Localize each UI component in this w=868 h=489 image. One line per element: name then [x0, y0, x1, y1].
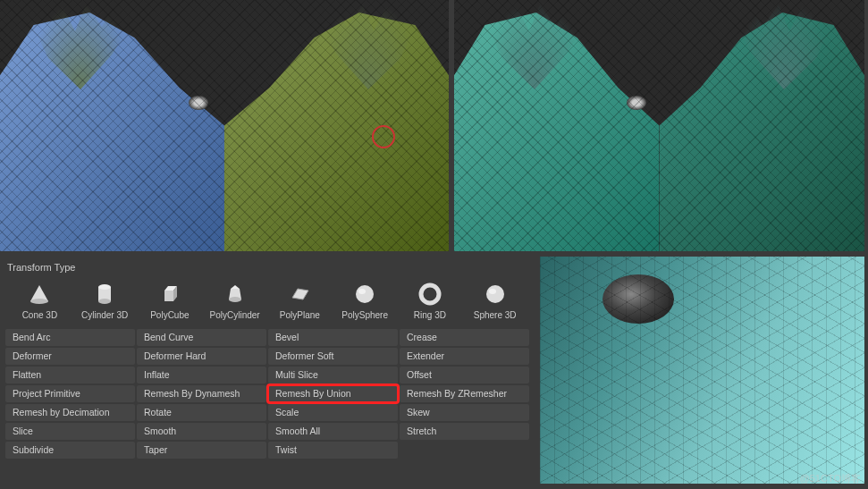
svg-point-14 [421, 285, 439, 303]
cmd-slice[interactable]: Slice [5, 423, 135, 440]
cmd-remesh-by-dynamesh[interactable]: Remesh By Dynamesh [137, 385, 266, 402]
shape-label: Ring 3D [414, 310, 446, 320]
svg-point-13 [358, 289, 366, 294]
cmd-deformer-soft[interactable]: Deformer Soft [268, 348, 398, 365]
svg-marker-11 [292, 289, 308, 299]
svg-point-1 [30, 299, 48, 304]
cmd-multi-slice[interactable]: Multi Slice [268, 367, 398, 384]
polyplane-icon [287, 282, 312, 307]
polysphere-icon [352, 282, 377, 307]
cmd-flatten[interactable]: Flatten [5, 367, 135, 384]
shape-cylinder-3d[interactable]: Cylinder 3D [78, 282, 132, 320]
shape-label: PolyPlane [280, 310, 320, 320]
svg-point-4 [98, 299, 111, 304]
cmd-twist[interactable]: Twist [268, 442, 398, 459]
shape-polycylinder[interactable]: PolyCylinder [207, 282, 262, 320]
svg-marker-9 [231, 285, 240, 289]
cmd-remesh-by-zremesher[interactable]: Remesh By ZRemesher [400, 385, 529, 402]
moose-model-teal [454, 0, 864, 251]
sphere-3d-icon [483, 282, 508, 307]
shape-label: Sphere 3D [474, 310, 517, 320]
svg-point-16 [489, 289, 496, 294]
cmd-bend-curve[interactable]: Bend Curve [137, 329, 266, 346]
cmd-project-primitive[interactable]: Project Primitive [5, 385, 135, 402]
cone-3d-icon [27, 282, 52, 307]
cmd-deformer[interactable]: Deformer [5, 348, 135, 365]
cmd-offset[interactable]: Offset [400, 367, 529, 384]
shape-label: PolySphere [341, 310, 388, 320]
cmd-crease[interactable]: Crease [400, 329, 529, 346]
shape-polycube[interactable]: PolyCube [143, 282, 198, 320]
cmd-subdivide[interactable]: Subdivide [5, 442, 135, 459]
viewport-main-right[interactable] [454, 0, 864, 251]
transform-type-panel: Transform Type Cone 3DCylinder 3DPolyCub… [0, 257, 535, 484]
cmd-bevel[interactable]: Bevel [268, 329, 398, 346]
watermark-text: @51CTO博客 [800, 472, 861, 485]
shape-label: PolyCylinder [210, 310, 260, 320]
cmd-remesh-by-decimation[interactable]: Remesh by Decimation [5, 404, 135, 421]
shape-label: Cylinder 3D [81, 310, 128, 320]
cylinder-3d-icon [92, 282, 117, 307]
cmd-rotate[interactable]: Rotate [137, 404, 266, 421]
cmd-bend-arc[interactable]: Bend Arc [5, 329, 135, 346]
svg-point-12 [356, 285, 374, 303]
svg-point-3 [98, 284, 111, 290]
cmd-deformer-hard[interactable]: Deformer Hard [137, 348, 266, 365]
shape-cone-3d[interactable]: Cone 3D [13, 282, 67, 320]
shape-label: PolyCube [150, 310, 189, 320]
cmd-inflate[interactable]: Inflate [137, 367, 266, 384]
polycube-icon [157, 282, 182, 307]
cmd-taper[interactable]: Taper [137, 442, 266, 459]
cmd-stretch[interactable]: Stretch [400, 423, 529, 440]
shape-ring-3d[interactable]: Ring 3D [403, 282, 458, 320]
shape-sphere-3d[interactable]: Sphere 3D [468, 282, 522, 320]
cmd-scale[interactable]: Scale [268, 404, 398, 421]
cmd-smooth[interactable]: Smooth [137, 423, 266, 440]
cmd-extender[interactable]: Extender [400, 348, 529, 365]
svg-point-15 [486, 285, 504, 303]
wireframe-overlay [540, 257, 864, 484]
cmd-smooth-all[interactable]: Smooth All [268, 423, 398, 440]
cmd-remesh-by-union[interactable]: Remesh By Union [268, 385, 398, 402]
shape-polyplane[interactable]: PolyPlane [273, 282, 327, 320]
ring-3d-icon [417, 282, 442, 307]
svg-marker-5 [164, 291, 173, 301]
viewport-main-left[interactable] [0, 0, 449, 251]
cmd-skew[interactable]: Skew [400, 404, 529, 421]
polycylinder-icon [223, 282, 248, 307]
shape-polysphere[interactable]: PolySphere [338, 282, 392, 320]
section-title: Transform Type [5, 262, 529, 273]
brush-cursor-icon [372, 125, 395, 148]
viewport-closeup[interactable] [540, 257, 864, 484]
shape-label: Cone 3D [22, 310, 57, 320]
svg-point-10 [229, 297, 241, 302]
